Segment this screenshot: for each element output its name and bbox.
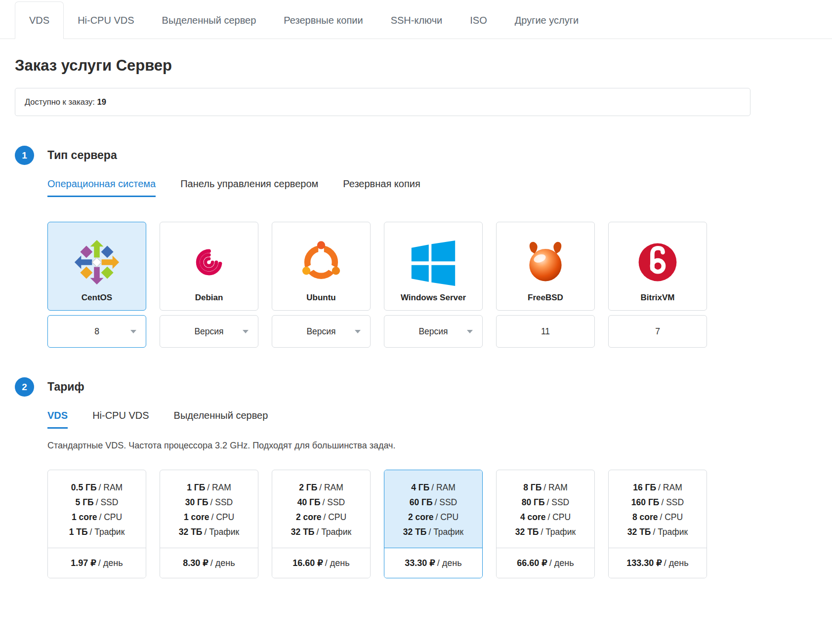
- top-tab-other[interactable]: Другие услуги: [501, 2, 593, 39]
- top-tab-backups[interactable]: Резервные копии: [270, 2, 376, 39]
- subtab-tariff-dedicated[interactable]: Выделенный сервер: [174, 410, 268, 429]
- tariff-subtabs: VDS Hi-CPU VDS Выделенный сервер: [47, 410, 817, 429]
- os-col-ubuntu: Ubuntu Версия: [272, 222, 371, 348]
- top-tab-dedicated[interactable]: Выделенный сервер: [148, 2, 270, 39]
- tariff-card-grid: 0.5 ГБ/ RAM 5 ГБ/ SSD 1 core/ CPU 1 ТБ/ …: [47, 470, 817, 578]
- spec-traffic: 32 ТБ/ Трафик: [275, 524, 367, 539]
- os-col-freebsd: FreeBSD 11: [496, 222, 595, 348]
- tariff-specs: 1 ГБ/ RAM 30 ГБ/ SSD 1 core/ CPU 32 ТБ/ …: [160, 470, 258, 548]
- availability-count: 19: [97, 97, 106, 106]
- tariff-card[interactable]: 8 ГБ/ RAM 80 ГБ/ SSD 4 core/ CPU 32 ТБ/ …: [496, 470, 595, 578]
- tariff-card[interactable]: 16 ГБ/ RAM 160 ГБ/ SSD 8 core/ CPU 32 ТБ…: [608, 470, 707, 578]
- spec-ssd: 60 ГБ/ SSD: [387, 495, 479, 510]
- os-version-value: Версия: [418, 326, 448, 337]
- spec-cpu: 4 core/ CPU: [499, 510, 591, 524]
- spec-traffic: 32 ТБ/ Трафик: [499, 524, 591, 539]
- tariff-price: 33.30 ₽/ день: [384, 548, 482, 578]
- os-version-bitrixvm[interactable]: 7: [608, 315, 707, 348]
- spec-ram: 0.5 ГБ/ RAM: [51, 480, 143, 495]
- service-tabbar: VDS Hi-CPU VDS Выделенный сервер Резервн…: [0, 0, 832, 39]
- os-version-value: Версия: [306, 326, 335, 337]
- top-tab-hicpu-vds[interactable]: Hi-CPU VDS: [64, 2, 148, 39]
- os-version-value: 7: [655, 326, 660, 337]
- os-name: Windows Server: [401, 293, 466, 303]
- top-tab-vds[interactable]: VDS: [15, 1, 64, 39]
- os-subtabs: Операционная система Панель управления с…: [47, 178, 817, 197]
- page-title: Заказ услуги Сервер: [15, 57, 817, 75]
- os-card-centos[interactable]: CentOS: [47, 222, 146, 311]
- os-col-bitrixvm: BitrixVM 7: [608, 222, 707, 348]
- tariff-description: Стандартные VDS. Частота процессора 3.2 …: [47, 441, 817, 451]
- chevron-down-icon: [467, 330, 473, 333]
- tariff-card-selected[interactable]: 4 ГБ/ RAM 60 ГБ/ SSD 2 core/ CPU 32 ТБ/ …: [384, 470, 483, 578]
- centos-icon: [73, 239, 121, 293]
- debian-icon: [185, 239, 233, 293]
- availability-box: Доступно к заказу: 19: [15, 88, 750, 116]
- spec-ram: 2 ГБ/ RAM: [275, 480, 367, 495]
- tariff-specs: 16 ГБ/ RAM 160 ГБ/ SSD 8 core/ CPU 32 ТБ…: [609, 470, 707, 548]
- section-1-title: Тип сервера: [47, 149, 117, 162]
- step-1-badge: 1: [15, 146, 34, 165]
- spec-cpu: 1 core/ CPU: [51, 510, 143, 524]
- spec-cpu: 8 core/ CPU: [612, 510, 704, 524]
- top-tab-iso[interactable]: ISO: [456, 2, 500, 39]
- spec-ssd: 30 ГБ/ SSD: [163, 495, 255, 510]
- page-content: Заказ услуги Сервер Доступно к заказу: 1…: [0, 57, 832, 578]
- tariff-price: 8.30 ₽/ день: [160, 548, 258, 578]
- chevron-down-icon: [243, 330, 249, 333]
- spec-cpu: 1 core/ CPU: [163, 510, 255, 524]
- os-version-select-centos[interactable]: 8: [47, 315, 146, 348]
- spec-traffic: 32 ТБ/ Трафик: [612, 524, 704, 539]
- spec-cpu: 2 core/ CPU: [387, 510, 479, 524]
- spec-cpu: 2 core/ CPU: [275, 510, 367, 524]
- os-version-select-ubuntu[interactable]: Версия: [272, 315, 371, 348]
- os-card-freebsd[interactable]: FreeBSD: [496, 222, 595, 311]
- subtab-backup-copy[interactable]: Резервная копия: [343, 178, 420, 197]
- tariff-specs: 4 ГБ/ RAM 60 ГБ/ SSD 2 core/ CPU 32 ТБ/ …: [384, 470, 482, 548]
- os-version-value: 11: [541, 326, 550, 337]
- os-version-freebsd[interactable]: 11: [496, 315, 595, 348]
- spec-ssd: 5 ГБ/ SSD: [51, 495, 143, 510]
- section-server-type: 1 Тип сервера Операционная система Панел…: [15, 146, 817, 348]
- spec-ssd: 40 ГБ/ SSD: [275, 495, 367, 510]
- subtab-tariff-hicpu-vds[interactable]: Hi-CPU VDS: [92, 410, 149, 429]
- chevron-down-icon: [130, 330, 136, 333]
- tariff-card[interactable]: 0.5 ГБ/ RAM 5 ГБ/ SSD 1 core/ CPU 1 ТБ/ …: [47, 470, 146, 578]
- os-version-select-windows[interactable]: Версия: [384, 315, 483, 348]
- section-2-title: Тариф: [47, 380, 84, 394]
- tariff-specs: 0.5 ГБ/ RAM 5 ГБ/ SSD 1 core/ CPU 1 ТБ/ …: [48, 470, 146, 548]
- availability-label: Доступно к заказу:: [25, 97, 97, 106]
- bitrixvm-icon: [634, 239, 681, 293]
- windows-icon: [411, 241, 456, 293]
- section-tariff: 2 Тариф VDS Hi-CPU VDS Выделенный сервер…: [15, 377, 817, 578]
- tariff-price: 16.60 ₽/ день: [272, 548, 370, 578]
- os-card-debian[interactable]: Debian: [160, 222, 258, 311]
- top-tab-ssh-keys[interactable]: SSH-ключи: [377, 2, 457, 39]
- subtab-tariff-vds[interactable]: VDS: [47, 410, 68, 429]
- os-version-select-debian[interactable]: Версия: [160, 315, 258, 348]
- os-card-bitrixvm[interactable]: BitrixVM: [608, 222, 707, 311]
- spec-ram: 16 ГБ/ RAM: [612, 480, 704, 495]
- subtab-control-panel[interactable]: Панель управления сервером: [180, 178, 318, 197]
- spec-ssd: 80 ГБ/ SSD: [499, 495, 591, 510]
- tariff-card[interactable]: 1 ГБ/ RAM 30 ГБ/ SSD 1 core/ CPU 32 ТБ/ …: [160, 470, 258, 578]
- ubuntu-icon: [297, 239, 345, 293]
- spec-ram: 4 ГБ/ RAM: [387, 480, 479, 495]
- os-name: BitrixVM: [641, 293, 675, 303]
- tariff-card[interactable]: 2 ГБ/ RAM 40 ГБ/ SSD 2 core/ CPU 32 ТБ/ …: [272, 470, 371, 578]
- os-col-windows-server: Windows Server Версия: [384, 222, 483, 348]
- chevron-down-icon: [355, 330, 361, 333]
- spec-ram: 8 ГБ/ RAM: [499, 480, 591, 495]
- spec-ssd: 160 ГБ/ SSD: [612, 495, 704, 510]
- tariff-specs: 2 ГБ/ RAM 40 ГБ/ SSD 2 core/ CPU 32 ТБ/ …: [272, 470, 370, 548]
- spec-ram: 1 ГБ/ RAM: [163, 480, 255, 495]
- tariff-price: 133.30 ₽/ день: [609, 548, 707, 578]
- os-card-ubuntu[interactable]: Ubuntu: [272, 222, 371, 311]
- subtab-operating-system[interactable]: Операционная система: [47, 178, 156, 197]
- os-name: FreeBSD: [528, 293, 563, 303]
- os-version-value: 8: [94, 326, 99, 337]
- os-name: Ubuntu: [306, 293, 335, 303]
- spec-traffic: 32 ТБ/ Трафик: [163, 524, 255, 539]
- os-card-windows-server[interactable]: Windows Server: [384, 222, 483, 311]
- tariff-price: 66.60 ₽/ день: [497, 548, 594, 578]
